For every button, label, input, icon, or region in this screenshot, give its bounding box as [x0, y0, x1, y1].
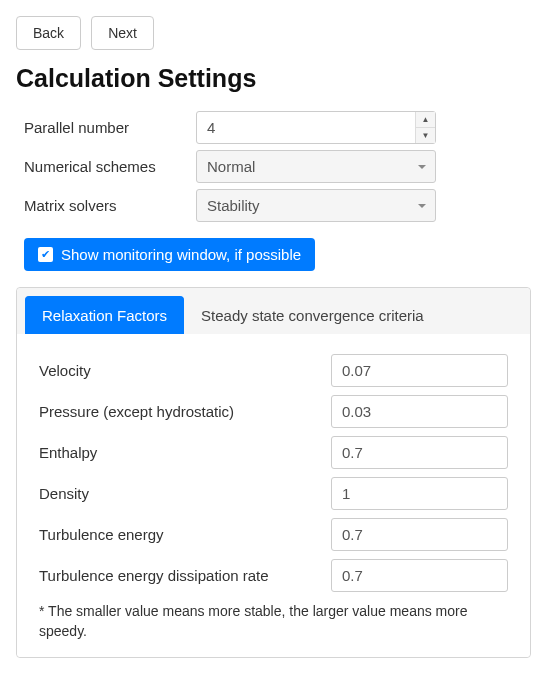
parallel-step-up-icon[interactable]: ▲: [416, 112, 435, 128]
show-monitoring-label: Show monitoring window, if possible: [61, 246, 301, 263]
velocity-label: Velocity: [39, 362, 331, 379]
velocity-input[interactable]: [331, 354, 508, 387]
tab-relaxation-factors[interactable]: Relaxation Factors: [25, 296, 184, 334]
parallel-step-down-icon[interactable]: ▼: [416, 128, 435, 143]
show-monitoring-checkbox[interactable]: ✔ Show monitoring window, if possible: [24, 238, 315, 271]
matrix-solvers-value: Stability: [196, 189, 436, 222]
next-button[interactable]: Next: [91, 16, 154, 50]
matrix-solvers-select[interactable]: Stability: [196, 189, 436, 222]
enthalpy-input[interactable]: [331, 436, 508, 469]
matrix-solvers-label: Matrix solvers: [24, 197, 196, 214]
turbulence-energy-input[interactable]: [331, 518, 508, 551]
turbulence-energy-label: Turbulence energy: [39, 526, 331, 543]
density-label: Density: [39, 485, 331, 502]
numerical-schemes-value: Normal: [196, 150, 436, 183]
relaxation-panel: Relaxation Factors Steady state converge…: [16, 287, 531, 658]
check-icon: ✔: [38, 247, 53, 262]
pressure-label: Pressure (except hydrostatic): [39, 403, 331, 420]
numerical-schemes-select[interactable]: Normal: [196, 150, 436, 183]
enthalpy-label: Enthalpy: [39, 444, 331, 461]
parallel-number-label: Parallel number: [24, 119, 196, 136]
parallel-number-input[interactable]: [196, 111, 436, 144]
pressure-input[interactable]: [331, 395, 508, 428]
numerical-schemes-label: Numerical schemes: [24, 158, 196, 175]
relaxation-footnote: * The smaller value means more stable, t…: [39, 602, 508, 641]
back-button[interactable]: Back: [16, 16, 81, 50]
density-input[interactable]: [331, 477, 508, 510]
tab-steady-state[interactable]: Steady state convergence criteria: [184, 296, 441, 334]
page-title: Calculation Settings: [16, 64, 531, 93]
turbulence-dissipation-label: Turbulence energy dissipation rate: [39, 567, 331, 584]
turbulence-dissipation-input[interactable]: [331, 559, 508, 592]
